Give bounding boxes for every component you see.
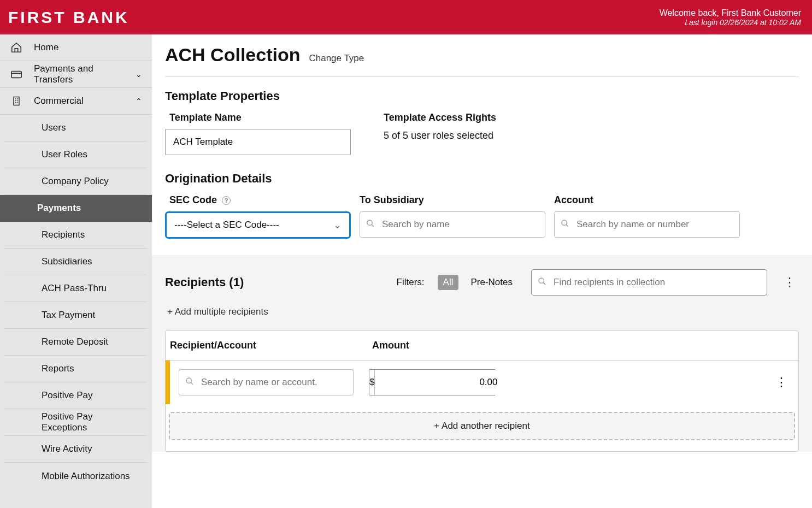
nav-user-roles[interactable]: User Roles: [4, 141, 148, 168]
nav-positive-pay-exceptions[interactable]: Positive Pay Exceptions: [4, 409, 148, 436]
welcome-text: Welcome back, First Bank Customer: [660, 8, 801, 18]
search-icon: [185, 377, 194, 388]
search-icon: [366, 219, 375, 230]
amount-input[interactable]: [375, 370, 504, 395]
change-type-link[interactable]: Change Type: [309, 53, 364, 64]
recipients-search-input[interactable]: [531, 269, 767, 296]
access-rights-label: Template Access Rights: [384, 112, 569, 123]
nav-label: Company Policy: [42, 176, 109, 187]
nav-label: Recipients: [42, 229, 85, 240]
commercial-submenu: Users User Roles Company Policy Payments…: [0, 115, 152, 489]
sec-code-label: SEC Code ?: [165, 194, 351, 206]
nav-label: Wire Activity: [42, 444, 92, 454]
svg-line-10: [372, 225, 374, 227]
svg-point-13: [539, 278, 544, 283]
nav-wire-activity[interactable]: Wire Activity: [4, 436, 148, 463]
row-options-menu[interactable]: ⋮: [775, 375, 787, 389]
account-label: Account: [554, 194, 740, 206]
nav-label: ACH Pass-Thru: [42, 283, 107, 294]
svg-rect-2: [14, 97, 19, 105]
filter-all[interactable]: All: [438, 275, 459, 290]
svg-rect-0: [11, 72, 21, 78]
search-icon: [538, 277, 546, 288]
nav-label: Tax Payment: [42, 310, 95, 321]
nav-label: Mobile Authorizations: [42, 471, 130, 482]
nav-label: Subsidiaries: [42, 256, 92, 267]
nav-remote-deposit[interactable]: Remote Deposit: [4, 329, 148, 356]
template-properties-heading: Template Properties: [165, 89, 799, 103]
nav-label: Payments and Transfers: [34, 63, 125, 85]
svg-point-11: [562, 220, 567, 225]
welcome-block: Welcome back, First Bank Customer Last l…: [660, 8, 801, 27]
divider: [165, 76, 799, 77]
home-icon: [10, 42, 23, 54]
nav-label: Users: [42, 122, 66, 133]
nav-label: Positive Pay Exceptions: [42, 411, 138, 433]
sec-code-placeholder: ----Select a SEC Code----: [174, 220, 279, 231]
logo: FIRST BANK: [8, 8, 130, 27]
col-recipient-header: Recipient/Account: [170, 340, 372, 351]
to-subsidiary-label: To Subsidiary: [360, 194, 545, 206]
nav-label: Positive Pay: [42, 390, 93, 401]
nav-tax-payment[interactable]: Tax Payment: [4, 302, 148, 329]
recipients-options-menu[interactable]: ⋮: [780, 275, 799, 290]
filters-label: Filters:: [397, 277, 425, 288]
nav-label: Home: [34, 42, 142, 53]
nav-mobile-authorizations[interactable]: Mobile Authorizations: [4, 463, 148, 489]
building-icon: [10, 95, 23, 107]
nav-label: User Roles: [42, 149, 87, 160]
last-login-text: Last login 02/26/2024 at 10:02 AM: [660, 18, 801, 27]
page-title: ACH Collection: [165, 44, 300, 66]
recipient-account-input[interactable]: [179, 369, 354, 395]
svg-point-9: [367, 220, 372, 225]
svg-line-14: [543, 282, 545, 285]
chevron-up-icon: ⌃: [136, 97, 142, 105]
main-content: ACH Collection Change Type Template Prop…: [152, 34, 812, 508]
recipients-heading: Recipients (1): [165, 275, 244, 290]
add-multiple-recipients-link[interactable]: + Add multiple recipients: [165, 306, 799, 317]
nav-payments-transfers[interactable]: Payments and Transfers ⌄: [0, 61, 152, 88]
chevron-down-icon: ⌄: [136, 70, 142, 79]
svg-line-16: [191, 382, 193, 385]
nav-label: Reports: [42, 363, 74, 374]
nav-company-policy[interactable]: Company Policy: [4, 168, 148, 195]
to-subsidiary-input[interactable]: [360, 211, 545, 238]
nav-ach-pass-thru[interactable]: ACH Pass-Thru: [4, 275, 148, 302]
nav-label: Remote Deposit: [42, 336, 108, 347]
nav-users[interactable]: Users: [4, 115, 148, 141]
sec-code-select[interactable]: ----Select a SEC Code---- ⌄: [165, 211, 351, 239]
amount-field: $: [369, 369, 496, 395]
origination-details-heading: Origination Details: [165, 172, 799, 186]
recipients-table: Recipient/Account Amount $ ⋮: [165, 330, 799, 452]
recipient-row: $ ⋮: [166, 361, 798, 404]
sidebar: Home Payments and Transfers ⌄ Commercial…: [0, 34, 152, 508]
access-rights-value: 5 of 5 user roles selected: [384, 129, 569, 141]
search-icon: [561, 219, 569, 230]
nav-subsidiaries[interactable]: Subsidiaries: [4, 249, 148, 275]
account-input[interactable]: [554, 211, 740, 238]
col-amount-header: Amount: [372, 340, 409, 351]
nav-payments[interactable]: Payments: [0, 195, 152, 222]
currency-symbol: $: [369, 370, 375, 395]
app-header: FIRST BANK Welcome back, First Bank Cust…: [0, 0, 812, 34]
filter-pre-notes[interactable]: Pre-Notes: [465, 275, 518, 290]
nav-label: Commercial: [34, 96, 125, 107]
template-name-label: Template Name: [165, 112, 351, 123]
nav-positive-pay[interactable]: Positive Pay: [4, 382, 148, 409]
card-icon: [10, 68, 23, 80]
help-icon[interactable]: ?: [222, 196, 231, 205]
svg-point-15: [186, 378, 191, 383]
svg-line-12: [566, 225, 568, 227]
chevron-down-icon: ⌄: [333, 219, 342, 231]
nav-commercial[interactable]: Commercial ⌃: [0, 88, 152, 115]
template-name-input[interactable]: [165, 129, 351, 155]
nav-reports[interactable]: Reports: [4, 356, 148, 382]
nav-recipients[interactable]: Recipients: [4, 222, 148, 249]
nav-label: Payments: [37, 203, 81, 214]
nav-home[interactable]: Home: [0, 34, 152, 61]
add-another-recipient-button[interactable]: + Add another recipient: [169, 412, 795, 440]
